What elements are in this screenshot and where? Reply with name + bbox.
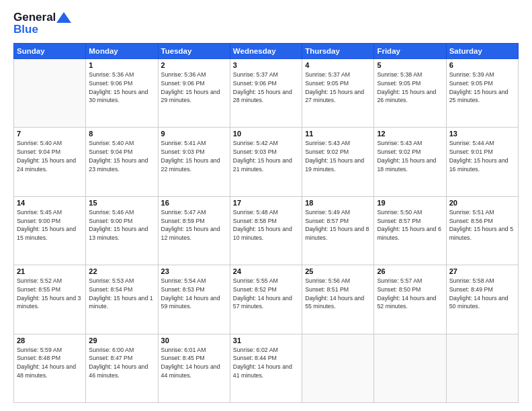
calendar-cell: 13Sunrise: 5:44 AM Sunset: 9:01 PM Dayli… (446, 128, 518, 196)
calendar-cell: 16Sunrise: 5:47 AM Sunset: 8:59 PM Dayli… (158, 196, 230, 265)
calendar-day-header: Saturday (446, 44, 518, 59)
day-number: 5 (377, 61, 443, 69)
calendar-week-row: 1Sunrise: 5:36 AM Sunset: 9:06 PM Daylig… (14, 59, 519, 128)
day-info: Sunrise: 5:58 AM Sunset: 8:49 PM Dayligh… (449, 277, 515, 311)
day-number: 19 (377, 199, 443, 207)
day-number: 23 (161, 267, 227, 275)
day-number: 31 (233, 336, 299, 345)
calendar-cell: 21Sunrise: 5:52 AM Sunset: 8:55 PM Dayli… (14, 265, 86, 334)
calendar-cell: 18Sunrise: 5:49 AM Sunset: 8:57 PM Dayli… (302, 196, 374, 265)
calendar-cell: 23Sunrise: 5:54 AM Sunset: 8:53 PM Dayli… (158, 265, 230, 334)
calendar-cell: 4Sunrise: 5:37 AM Sunset: 9:05 PM Daylig… (302, 59, 374, 128)
day-info: Sunrise: 5:41 AM Sunset: 9:03 PM Dayligh… (161, 139, 227, 173)
calendar-day-header: Monday (86, 44, 158, 59)
day-info: Sunrise: 5:43 AM Sunset: 9:02 PM Dayligh… (305, 139, 371, 173)
day-number: 10 (233, 130, 299, 138)
day-info: Sunrise: 5:49 AM Sunset: 8:57 PM Dayligh… (305, 208, 371, 242)
day-number: 15 (89, 199, 154, 207)
day-info: Sunrise: 5:52 AM Sunset: 8:55 PM Dayligh… (17, 277, 83, 311)
day-info: Sunrise: 5:59 AM Sunset: 8:48 PM Dayligh… (17, 346, 83, 380)
calendar-week-row: 14Sunrise: 5:45 AM Sunset: 9:00 PM Dayli… (14, 196, 519, 265)
calendar-cell: 6Sunrise: 5:39 AM Sunset: 9:05 PM Daylig… (446, 59, 518, 128)
day-info: Sunrise: 5:36 AM Sunset: 9:06 PM Dayligh… (89, 71, 154, 105)
day-info: Sunrise: 5:54 AM Sunset: 8:53 PM Dayligh… (161, 277, 227, 311)
calendar-day-header: Sunday (14, 44, 86, 59)
day-number: 7 (17, 130, 83, 138)
calendar-cell: 14Sunrise: 5:45 AM Sunset: 9:00 PM Dayli… (14, 196, 86, 265)
calendar-cell (374, 334, 446, 402)
day-info: Sunrise: 5:55 AM Sunset: 8:52 PM Dayligh… (233, 277, 299, 311)
calendar-week-row: 7Sunrise: 5:40 AM Sunset: 9:04 PM Daylig… (14, 128, 519, 196)
calendar-cell: 26Sunrise: 5:57 AM Sunset: 8:50 PM Dayli… (374, 265, 446, 334)
calendar-week-row: 21Sunrise: 5:52 AM Sunset: 8:55 PM Dayli… (14, 265, 519, 334)
day-number: 26 (377, 267, 443, 275)
calendar-cell: 20Sunrise: 5:51 AM Sunset: 8:56 PM Dayli… (446, 196, 518, 265)
svg-marker-0 (56, 12, 71, 23)
calendar-cell (446, 334, 518, 402)
day-info: Sunrise: 5:46 AM Sunset: 9:00 PM Dayligh… (89, 208, 154, 242)
calendar-day-header: Tuesday (158, 44, 230, 59)
day-info: Sunrise: 5:43 AM Sunset: 9:02 PM Dayligh… (377, 139, 443, 173)
calendar-cell: 8Sunrise: 5:40 AM Sunset: 9:04 PM Daylig… (86, 128, 158, 196)
day-number: 14 (17, 199, 83, 207)
day-number: 30 (161, 336, 227, 345)
calendar-cell: 28Sunrise: 5:59 AM Sunset: 8:48 PM Dayli… (14, 334, 86, 402)
day-info: Sunrise: 5:53 AM Sunset: 8:54 PM Dayligh… (89, 277, 154, 311)
day-number: 27 (449, 267, 515, 275)
calendar-cell: 30Sunrise: 6:01 AM Sunset: 8:45 PM Dayli… (158, 334, 230, 402)
day-number: 25 (305, 267, 371, 275)
logo: General Blue (13, 11, 72, 36)
page: General Blue SundayMondayTuesdayWednesda… (0, 0, 532, 411)
day-number: 24 (233, 267, 299, 275)
calendar-cell: 1Sunrise: 5:36 AM Sunset: 9:06 PM Daylig… (86, 59, 158, 128)
calendar-day-header: Friday (374, 44, 446, 59)
day-number: 6 (449, 61, 515, 69)
calendar-cell: 9Sunrise: 5:41 AM Sunset: 9:03 PM Daylig… (158, 128, 230, 196)
day-number: 16 (161, 199, 227, 207)
calendar-cell: 24Sunrise: 5:55 AM Sunset: 8:52 PM Dayli… (230, 265, 302, 334)
calendar-cell: 7Sunrise: 5:40 AM Sunset: 9:04 PM Daylig… (14, 128, 86, 196)
calendar-cell: 10Sunrise: 5:42 AM Sunset: 9:03 PM Dayli… (230, 128, 302, 196)
day-number: 17 (233, 199, 299, 207)
calendar-cell: 29Sunrise: 6:00 AM Sunset: 8:47 PM Dayli… (86, 334, 158, 402)
logo-blue-text: Blue (13, 23, 38, 36)
calendar-day-header: Thursday (302, 44, 374, 59)
day-number: 21 (17, 267, 83, 275)
logo-icon (56, 12, 71, 23)
calendar-cell: 12Sunrise: 5:43 AM Sunset: 9:02 PM Dayli… (374, 128, 446, 196)
day-number: 8 (89, 130, 154, 138)
day-info: Sunrise: 5:37 AM Sunset: 9:05 PM Dayligh… (305, 71, 371, 105)
day-number: 29 (89, 336, 154, 345)
day-number: 13 (449, 130, 515, 138)
calendar-cell: 22Sunrise: 5:53 AM Sunset: 8:54 PM Dayli… (86, 265, 158, 334)
day-number: 22 (89, 267, 154, 275)
day-info: Sunrise: 5:36 AM Sunset: 9:06 PM Dayligh… (161, 71, 227, 105)
calendar-cell: 31Sunrise: 6:02 AM Sunset: 8:44 PM Dayli… (230, 334, 302, 402)
day-number: 4 (305, 61, 371, 69)
day-info: Sunrise: 5:45 AM Sunset: 9:00 PM Dayligh… (17, 208, 83, 242)
day-number: 9 (161, 130, 227, 138)
day-info: Sunrise: 5:42 AM Sunset: 9:03 PM Dayligh… (233, 139, 299, 173)
calendar-cell: 17Sunrise: 5:48 AM Sunset: 8:58 PM Dayli… (230, 196, 302, 265)
logo-general: General (13, 11, 56, 24)
calendar-cell: 11Sunrise: 5:43 AM Sunset: 9:02 PM Dayli… (302, 128, 374, 196)
day-info: Sunrise: 5:47 AM Sunset: 8:59 PM Dayligh… (161, 208, 227, 242)
day-number: 12 (377, 130, 443, 138)
calendar-cell: 2Sunrise: 5:36 AM Sunset: 9:06 PM Daylig… (158, 59, 230, 128)
day-info: Sunrise: 5:48 AM Sunset: 8:58 PM Dayligh… (233, 208, 299, 242)
header: General Blue (13, 11, 519, 36)
calendar-header-row: SundayMondayTuesdayWednesdayThursdayFrid… (14, 44, 519, 59)
calendar-table: SundayMondayTuesdayWednesdayThursdayFrid… (13, 43, 519, 403)
day-info: Sunrise: 6:02 AM Sunset: 8:44 PM Dayligh… (233, 346, 299, 380)
day-info: Sunrise: 5:50 AM Sunset: 8:57 PM Dayligh… (377, 208, 443, 242)
day-info: Sunrise: 5:40 AM Sunset: 9:04 PM Dayligh… (17, 139, 83, 173)
calendar-cell: 19Sunrise: 5:50 AM Sunset: 8:57 PM Dayli… (374, 196, 446, 265)
day-number: 11 (305, 130, 371, 138)
day-info: Sunrise: 5:40 AM Sunset: 9:04 PM Dayligh… (89, 139, 154, 173)
calendar-cell: 5Sunrise: 5:38 AM Sunset: 9:05 PM Daylig… (374, 59, 446, 128)
calendar-cell: 27Sunrise: 5:58 AM Sunset: 8:49 PM Dayli… (446, 265, 518, 334)
day-number: 20 (449, 199, 515, 207)
day-info: Sunrise: 5:38 AM Sunset: 9:05 PM Dayligh… (377, 71, 443, 105)
day-info: Sunrise: 5:57 AM Sunset: 8:50 PM Dayligh… (377, 277, 443, 311)
calendar-cell: 3Sunrise: 5:37 AM Sunset: 9:06 PM Daylig… (230, 59, 302, 128)
